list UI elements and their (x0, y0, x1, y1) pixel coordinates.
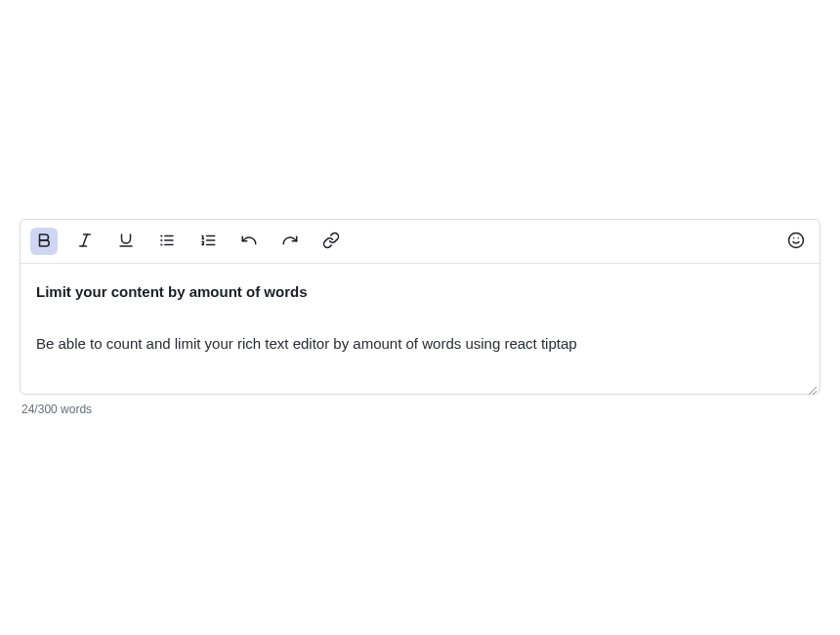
bold-icon (35, 232, 53, 252)
bold-button[interactable] (30, 228, 58, 255)
resize-icon (806, 384, 818, 396)
undo-button[interactable] (235, 228, 263, 255)
bullet-list-icon (158, 232, 176, 252)
word-count-limit: 300 (38, 402, 58, 416)
emoji-button[interactable] (782, 228, 810, 255)
editor-content[interactable]: Limit your content by amount of words Be… (21, 264, 819, 394)
content-body: Be able to count and limit your rich tex… (36, 333, 804, 356)
svg-line-2 (83, 234, 88, 246)
editor-toolbar (21, 220, 819, 264)
svg-point-7 (161, 235, 162, 236)
svg-line-16 (809, 387, 817, 395)
bullet-list-button[interactable] (153, 228, 181, 255)
link-icon (322, 232, 340, 252)
svg-point-13 (789, 233, 804, 247)
svg-point-8 (161, 239, 162, 240)
underline-icon (117, 232, 135, 252)
underline-button[interactable] (112, 228, 140, 255)
svg-line-17 (813, 391, 817, 395)
ordered-list-icon (199, 232, 217, 252)
content-heading: Limit your content by amount of words (36, 281, 804, 304)
svg-point-9 (161, 244, 162, 245)
redo-icon (281, 232, 299, 252)
editor-wrapper: Limit your content by amount of words Be… (20, 219, 820, 395)
resize-handle[interactable] (806, 380, 818, 392)
ordered-list-button[interactable] (194, 228, 222, 255)
word-count-unit: words (58, 402, 92, 416)
word-count-indicator: 24/300 words (20, 402, 820, 416)
undo-icon (240, 232, 258, 252)
smile-icon (787, 232, 805, 252)
redo-button[interactable] (276, 228, 304, 255)
link-button[interactable] (317, 228, 345, 255)
italic-button[interactable] (71, 228, 99, 255)
italic-icon (76, 232, 94, 252)
word-count-current: 24 (21, 402, 34, 416)
